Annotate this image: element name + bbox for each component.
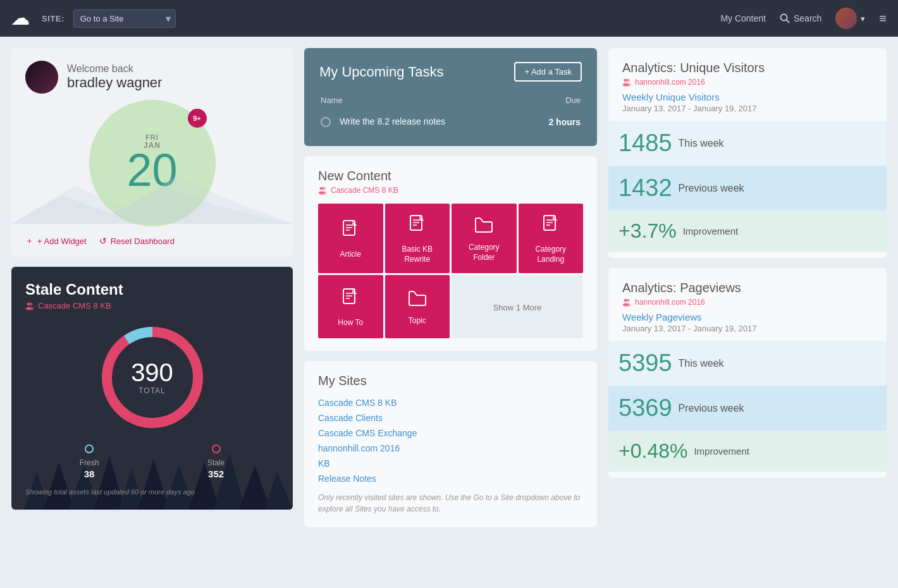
prev-week-pageviews-label: Previous week: [679, 403, 744, 414]
analytics-visitors-subtitle-text: hannonhill.com 2016: [635, 78, 705, 87]
task-due: 2 hours: [527, 110, 581, 133]
avatar: [835, 8, 857, 29]
stale-subtitle-text: Cascade CMS 8 KB: [38, 301, 111, 310]
avatar-image: [835, 8, 857, 29]
tasks-thead: Name Due: [321, 92, 581, 109]
this-week-pageviews-num: 5395: [618, 350, 672, 377]
doc-icon-landing: [542, 215, 560, 240]
analytics-visitors-date: January 13, 2017 - January 19, 2017: [622, 104, 873, 113]
site-link-3[interactable]: hannonhill.com 2016: [318, 443, 400, 453]
stale-circle-icon: [212, 444, 221, 453]
main-content: Welcome back bradley wagner FRI JAN 20 9…: [0, 37, 898, 539]
list-item: Cascade CMS Exchange: [318, 427, 583, 439]
this-week-pageviews-label: This week: [679, 358, 724, 369]
my-content-link[interactable]: My Content: [720, 13, 766, 23]
site-dropdown[interactable]: Go to a Site Cascade CMS 8 KB Cascade Cl…: [73, 9, 176, 28]
user-menu[interactable]: ▾: [835, 8, 865, 29]
stale-label: Stale: [207, 458, 225, 467]
list-item: Cascade Clients: [318, 412, 583, 424]
stale-legend: Fresh 38 Stale 352: [25, 444, 279, 479]
tasks-title: My Upcoming Tasks: [319, 64, 443, 80]
prev-week-pageviews-num: 5369: [618, 395, 672, 422]
stale-content-inner: Stale Content Cascade CMS 8 KB: [25, 281, 279, 496]
site-link-0[interactable]: Cascade CMS 8 KB: [318, 398, 397, 408]
category-folder-label: Category Folder: [458, 243, 510, 262]
reset-dashboard-button[interactable]: ↺ Reset Dashboard: [99, 235, 175, 247]
doc-icon-howto: [341, 288, 359, 313]
task-name-cell: Write the 8.2 release notes: [321, 110, 526, 133]
plus-icon: ＋: [25, 235, 34, 247]
article-tile[interactable]: Article: [318, 204, 383, 273]
folder-icon-category: [474, 217, 493, 238]
mountain-decoration: [11, 173, 293, 224]
search-button[interactable]: Search: [780, 13, 821, 23]
category-folder-tile[interactable]: Category Folder: [452, 204, 517, 273]
weekly-pageviews-link[interactable]: Weekly Pageviews: [622, 312, 873, 322]
svg-point-51: [627, 299, 630, 302]
prev-week-visitors-num: 1432: [618, 175, 672, 202]
fresh-legend: Fresh 38: [80, 444, 99, 479]
prev-week-visitors-label: Previous week: [679, 183, 744, 194]
analytics-pageviews-card: Analytics: Pageviews hannonhill.com 2016…: [608, 268, 887, 478]
topic-label: Topic: [409, 316, 426, 326]
stale-title: Stale Content: [25, 281, 279, 298]
show-more-tile[interactable]: Show 1 More: [452, 275, 583, 338]
this-week-pageviews-row: 5395 This week: [608, 341, 887, 386]
article-label: Article: [340, 250, 361, 260]
logo-icon[interactable]: ☁: [11, 8, 29, 29]
col-name-header: Name: [321, 92, 526, 109]
fresh-label: Fresh: [80, 458, 99, 467]
add-widget-button[interactable]: ＋ + Add Widget: [25, 235, 87, 247]
improvement-pageviews-row: +0.48% Improvement: [608, 431, 887, 472]
list-item: KB: [318, 458, 583, 469]
reset-dashboard-label: Reset Dashboard: [111, 236, 175, 246]
add-task-button[interactable]: + Add a Task: [514, 62, 582, 82]
topnav-left: ☁ SITE: Go to a Site Cascade CMS 8 KB Ca…: [11, 8, 176, 29]
stale-footer: Showing total assets last updated 60 or …: [25, 488, 279, 496]
svg-point-23: [323, 187, 326, 190]
site-link-4[interactable]: KB: [318, 458, 330, 469]
site-link-2[interactable]: Cascade CMS Exchange: [318, 428, 417, 438]
donut-label: 390 TOTAL: [131, 360, 173, 395]
basic-kb-tile[interactable]: Basic KB Rewrite: [385, 204, 450, 273]
col-due-header: Due: [527, 92, 581, 109]
how-to-label: How To: [338, 318, 363, 328]
category-landing-label: Category Landing: [525, 245, 577, 264]
improvement-visitors-label: Improvement: [683, 226, 739, 236]
donut-wrap: 390 TOTAL: [95, 321, 209, 434]
content-tiles-row2: How To Topic Show 1 More: [318, 275, 583, 338]
how-to-tile[interactable]: How To: [318, 275, 383, 338]
cal-day: FRI: [145, 133, 159, 141]
doc-icon-kb: [409, 215, 426, 240]
svg-line-1: [786, 20, 789, 23]
weekly-unique-visitors-link[interactable]: Weekly Unique Visitors: [622, 92, 873, 102]
prev-week-pageviews-row: 5369 Previous week: [608, 386, 887, 431]
welcome-greeting: Welcome back: [67, 63, 162, 75]
tasks-table: Name Due Write the 8.2 release notes 2 h…: [319, 90, 582, 135]
welcome-name: bradley wagner: [67, 75, 162, 91]
welcome-header: Welcome back bradley wagner: [25, 61, 279, 94]
doc-icon-article: [341, 220, 359, 245]
people-icon: [25, 302, 34, 310]
list-item: hannonhill.com 2016: [318, 443, 583, 454]
improvement-pageviews-label: Improvement: [694, 446, 749, 456]
hamburger-icon[interactable]: ≡: [879, 11, 887, 26]
topic-tile[interactable]: Topic: [385, 275, 450, 338]
left-column: Welcome back bradley wagner FRI JAN 20 9…: [11, 48, 293, 527]
analytics-pageviews-sub: hannonhill.com 2016: [622, 298, 873, 307]
new-content-card: New Content Cascade CMS 8 KB Article: [304, 156, 597, 351]
task-checkbox-icon[interactable]: [321, 117, 331, 127]
new-content-title: New Content: [318, 169, 583, 183]
new-content-subtitle: Cascade CMS 8 KB: [318, 186, 583, 195]
search-icon: [780, 13, 790, 23]
people-icon-pv: [622, 298, 631, 307]
list-item: Cascade CMS 8 KB: [318, 397, 583, 408]
welcome-text-block: Welcome back bradley wagner: [67, 63, 162, 91]
site-link-5[interactable]: Release Notes: [318, 474, 376, 484]
category-landing-tile[interactable]: Category Landing: [519, 204, 584, 273]
svg-point-18: [28, 307, 34, 310]
improvement-pageviews-num: +0.48%: [618, 439, 687, 463]
welcome-footer: ＋ + Add Widget ↺ Reset Dashboard: [25, 235, 279, 247]
site-link-1[interactable]: Cascade Clients: [318, 413, 383, 423]
topnav-right: My Content Search ▾ ≡: [720, 8, 887, 29]
